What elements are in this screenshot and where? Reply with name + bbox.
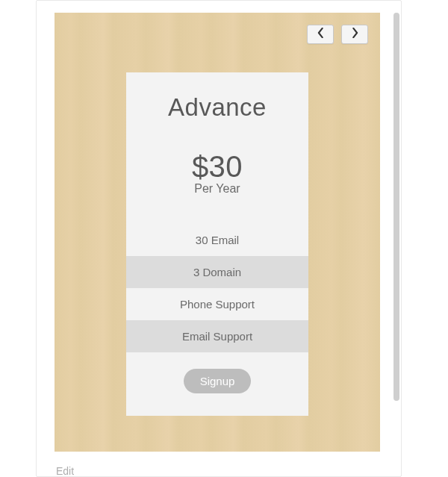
carousel-panel: Advance $30 Per Year 30 Email 3 Domain P… xyxy=(55,13,380,452)
pricing-card: Advance $30 Per Year 30 Email 3 Domain P… xyxy=(126,72,308,416)
content-frame: Advance $30 Per Year 30 Email 3 Domain P… xyxy=(36,0,402,477)
feature-item: 3 Domain xyxy=(126,256,308,288)
carousel-nav xyxy=(307,25,368,44)
feature-list: 30 Email 3 Domain Phone Support Email Su… xyxy=(126,224,308,352)
chevron-right-icon xyxy=(352,28,358,41)
feature-item: Phone Support xyxy=(126,288,308,320)
signup-button[interactable]: Signup xyxy=(184,369,252,393)
feature-item: 30 Email xyxy=(126,224,308,256)
edit-link[interactable]: Edit xyxy=(56,465,383,477)
chevron-left-icon xyxy=(317,28,324,41)
scrollbar[interactable] xyxy=(392,13,401,476)
prev-button[interactable] xyxy=(307,25,334,44)
plan-title: Advance xyxy=(168,93,267,122)
next-button[interactable] xyxy=(341,25,368,44)
scrollbar-thumb[interactable] xyxy=(393,13,399,401)
plan-period: Per Year xyxy=(194,182,240,196)
feature-item: Email Support xyxy=(126,320,308,352)
plan-price: $30 xyxy=(192,150,243,184)
